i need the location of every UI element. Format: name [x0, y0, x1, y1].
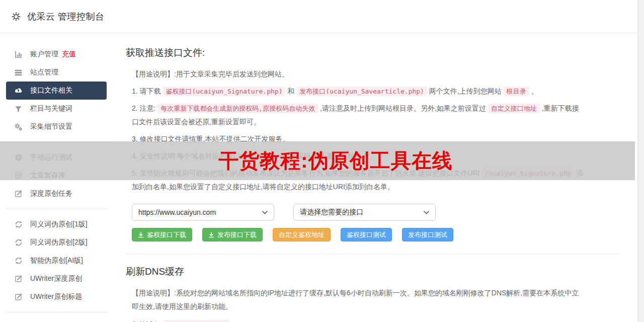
signature-test-button[interactable]: 鉴权接口测试 [341, 228, 392, 242]
sidebar-item-api-files[interactable]: 接口文件相关 [6, 82, 107, 100]
site-select-value: https://www.ucaiyun.com [138, 208, 216, 216]
api-buttons: 鉴权接口下载 发布接口下载 自定义鉴权地址 鉴权接口测试 发布接口测试 [132, 228, 620, 242]
chevron-down-icon [424, 211, 429, 214]
sidebar-divider [6, 209, 108, 209]
usage-note-text: 【用途说明】:用于文章采集完毕后发送到您网站。 [132, 70, 289, 78]
publish-download-button[interactable]: 发布接口下载 [202, 228, 263, 242]
api-controls: https://www.ucaiyun.com 请选择您需要的接口 [132, 204, 620, 221]
scrollbar[interactable] [637, 0, 644, 322]
custom-auth-address-button[interactable]: 自定义鉴权地址 [273, 228, 331, 242]
admin-console-page: 优采云 管理控制台 账户管理 充值 站点管理 接口文 [0, 0, 644, 322]
button-label: 鉴权接口下载 [147, 230, 186, 239]
signature-download-button[interactable]: 鉴权接口下载 [132, 228, 192, 242]
sidebar-item-label: 接口文件相关 [30, 86, 72, 95]
sidebar-item-label: UWriter原创标题 [30, 292, 82, 301]
app-title: 优采云 管理控制台 [27, 11, 105, 23]
instruction-text: 2. 注意: [132, 104, 157, 112]
sidebar-item-uwriter-deep-original[interactable]: UWriter深度原创 [6, 270, 107, 288]
sidebar-item-deep-original-task[interactable]: 深度原创任务 [6, 185, 107, 203]
custom-api-address-code: 自定义接口地址 [488, 104, 540, 113]
section-divider [126, 254, 620, 254]
section-title-push-api: 获取推送接口文件: [126, 46, 620, 59]
sidebar-item-label: 采集细节设置 [30, 122, 72, 131]
sidebar-item-label: 深度原创任务 [30, 189, 72, 198]
button-label: 鉴权接口测试 [347, 230, 386, 239]
savearticle-file-code: 发布接口(ucaiyun_Savearticle.php) [296, 87, 427, 96]
sidebar-item-public-thesaurus[interactable]: 公有词库查询 [6, 318, 107, 322]
instruction-text: 两个文件,上传到您网站 [427, 87, 504, 95]
refresh-icon [14, 257, 23, 265]
section-title-dns: 刷新DNS缓存 [126, 265, 620, 278]
gear-icon [11, 12, 21, 22]
edit-icon [14, 293, 23, 301]
sidebar-item-label: 站点管理 [30, 68, 58, 77]
edit-icon [14, 275, 23, 283]
chevron-down-icon [262, 211, 268, 214]
button-label: 自定义鉴权地址 [279, 230, 325, 239]
dns-usage-note: 【用途说明】:系统对您的网站域名所指向的IP地址进行了缓存,默认每6小时自动刷新… [132, 286, 585, 313]
sidebar-item-label: 账户管理 [30, 50, 58, 59]
sidebar-item-label: 栏目与关键词 [30, 104, 72, 113]
sidebar-item-collection-settings[interactable]: 采集细节设置 [6, 118, 107, 136]
sidebar-item-label: 智能伪原创[AI版] [30, 256, 83, 265]
instruction-text: 1. 请下载 [132, 87, 163, 95]
button-label: 发布接口测试 [408, 230, 447, 239]
download-icon [208, 232, 214, 238]
gears-icon [14, 123, 23, 131]
sidebar-item-uwriter-original-title[interactable]: UWriter原创标题 [6, 288, 107, 306]
root-dir-code: 根目录 [504, 87, 529, 96]
instruction-text: ,请注意及时上传到网站根目录。另外,如果之前设置过 [318, 104, 488, 112]
sidebar-item-columns-keywords[interactable]: 栏目与关键词 [6, 100, 107, 118]
instruction-text: 和 [285, 87, 296, 95]
sidebar-item-synonym-rewrite-v1[interactable]: 同义词伪原创[1版] [6, 215, 107, 233]
sidebar-item-label: 同义词伪原创[1版] [30, 220, 88, 229]
publish-test-button[interactable]: 发布接口测试 [402, 228, 453, 242]
watermark-band: 干货教程:伪原创工具在线 [0, 141, 635, 180]
button-label: 发布接口下载 [217, 230, 257, 239]
filter-icon [14, 105, 23, 113]
auth-code-warning: 每次重新下载都会生成新的授权码,原授权码自动失效 [157, 104, 318, 113]
bar-chart-icon [14, 50, 23, 59]
sidebar-divider [6, 312, 108, 312]
domain-value-code: www.ucaiyun.com [164, 320, 229, 322]
cloud-upload-icon [14, 87, 23, 95]
server-list-icon [14, 68, 23, 77]
instruction-text: 。 [529, 87, 538, 95]
sidebar-item-account-management[interactable]: 账户管理 充值 [6, 45, 107, 63]
instruction-item-2: 2. 注意: 每次重新下载都会生成新的授权码,原授权码自动失效 ,请注意及时上传… [132, 102, 585, 129]
watermark-text: 干货教程:伪原创工具在线 [218, 147, 452, 175]
refresh-icon [14, 220, 23, 229]
instruction-item-1: 1. 请下载 鉴权接口(ucaiyun_Signature.php) 和 发布接… [132, 85, 585, 98]
app-header: 优采云 管理控制台 [0, 0, 644, 33]
api-select-placeholder: 请选择您需要的接口 [300, 208, 363, 217]
sidebar-item-label: 同义词伪原创[2版] [30, 238, 88, 247]
sidebar-item-label: UWriter深度原创 [30, 274, 82, 283]
sidebar-item-ai-rewrite[interactable]: 智能伪原创[AI版] [6, 252, 107, 270]
download-icon [138, 232, 144, 238]
refresh-icon [14, 238, 23, 247]
sidebar-item-synonym-rewrite-v2[interactable]: 同义词伪原创[2版] [6, 233, 107, 252]
usage-note: 【用途说明】:用于文章采集完毕后发送到您网站。 [132, 67, 585, 81]
api-select[interactable]: 请选择您需要的接口 [293, 204, 436, 221]
edit-icon [14, 190, 23, 198]
sidebar-item-site-management[interactable]: 站点管理 [6, 63, 107, 82]
site-select[interactable]: https://www.ucaiyun.com [132, 204, 274, 221]
recharge-link[interactable]: 充值 [62, 50, 76, 59]
signature-file-code: 鉴权接口(ucaiyun_Signature.php) [163, 87, 285, 96]
